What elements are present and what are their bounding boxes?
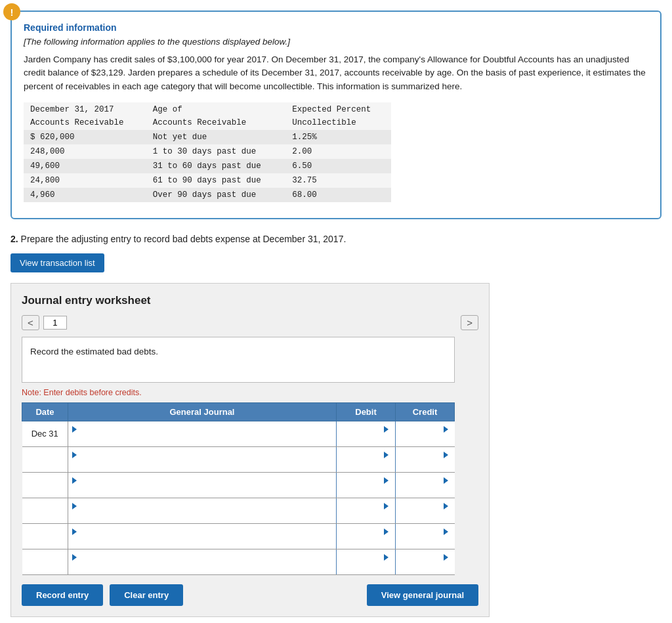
journal-table: Date General Journal Debit Credit Dec 31: [22, 402, 455, 575]
clear-entry-button[interactable]: Clear entry: [110, 584, 183, 606]
debit-cell[interactable]: [337, 472, 396, 498]
credit-cell[interactable]: [396, 446, 455, 472]
table-cell: 1 to 30 days past due: [146, 144, 286, 159]
debit-cell[interactable]: [337, 498, 396, 523]
info-description: Jarden Company has credit sales of $3,10…: [24, 53, 648, 93]
tri-icon: [72, 528, 77, 535]
record-entry-button[interactable]: Record entry: [22, 584, 103, 606]
view-transaction-button[interactable]: View transaction list: [10, 253, 104, 272]
journal-worksheet: Journal entry worksheet < > Record the e…: [10, 283, 490, 617]
table-cell: $ 620,000: [24, 130, 146, 144]
credit-cell[interactable]: [396, 523, 455, 549]
credit-cell[interactable]: [396, 472, 455, 498]
prev-page-button[interactable]: <: [22, 315, 39, 330]
note-text: Note: Enter debits before credits.: [22, 388, 478, 397]
credit-input[interactable]: [400, 562, 451, 572]
journal-cell[interactable]: [68, 421, 337, 446]
date-cell: [22, 523, 68, 549]
page-nav: < >: [22, 315, 478, 330]
next-page-button[interactable]: >: [461, 315, 478, 330]
table-cell: 31 to 60 days past due: [146, 159, 286, 173]
credit-cell[interactable]: [396, 421, 455, 446]
journal-input[interactable]: [72, 536, 332, 546]
tri-icon: [72, 452, 77, 458]
table-cell: Not yet due: [146, 130, 286, 144]
journal-cell[interactable]: [68, 472, 337, 498]
tri-icon: [72, 426, 77, 433]
debit-input[interactable]: [341, 460, 391, 469]
page-number-input[interactable]: [43, 316, 67, 330]
tri-icon: [444, 528, 448, 535]
journal-input[interactable]: [72, 434, 332, 444]
journal-cell[interactable]: [68, 498, 337, 523]
question-text: Prepare the adjusting entry to record ba…: [21, 234, 346, 244]
view-general-journal-button[interactable]: View general journal: [367, 584, 478, 606]
journal-cell[interactable]: [68, 446, 337, 472]
tri-icon: [72, 503, 77, 509]
credit-input[interactable]: [400, 485, 451, 495]
table-row: [22, 523, 455, 549]
debit-input[interactable]: [341, 562, 391, 572]
question-number: 2.: [10, 234, 18, 244]
debit-input[interactable]: [341, 536, 391, 546]
table-cell: 4,960: [24, 188, 146, 202]
table-cell: 1.25%: [285, 130, 391, 144]
journal-input[interactable]: [72, 485, 332, 495]
journal-title: Journal entry worksheet: [22, 294, 478, 307]
credit-cell[interactable]: [396, 549, 455, 574]
italic-line: [The following information applies to th…: [24, 37, 648, 47]
col-journal-header: General Journal: [68, 402, 337, 421]
table-cell: 61 to 90 days past due: [146, 173, 286, 188]
table-row: [22, 498, 455, 523]
credit-input[interactable]: [400, 536, 451, 546]
debit-cell[interactable]: [337, 446, 396, 472]
col-credit-header: Credit: [396, 402, 455, 421]
credit-input[interactable]: [400, 434, 451, 444]
credit-cell[interactable]: [396, 498, 455, 523]
journal-input[interactable]: [72, 562, 332, 572]
debit-cell[interactable]: [337, 523, 396, 549]
tri-icon: [384, 452, 388, 458]
question-line: 2. Prepare the adjusting entry to record…: [10, 234, 662, 244]
tri-icon: [384, 426, 388, 433]
debit-cell[interactable]: [337, 421, 396, 446]
col-header-2: Age ofAccounts Receivable: [146, 102, 286, 130]
journal-input[interactable]: [72, 511, 332, 521]
credit-input[interactable]: [400, 460, 451, 469]
debit-cell[interactable]: [337, 549, 396, 574]
debit-input[interactable]: [341, 485, 391, 495]
journal-input[interactable]: [72, 460, 332, 469]
credit-input[interactable]: [400, 511, 451, 521]
tri-icon: [384, 503, 388, 509]
table-row: [22, 549, 455, 574]
table-cell: 2.00: [285, 144, 391, 159]
action-buttons: Record entry Clear entry View general jo…: [22, 584, 478, 606]
tri-icon: [444, 477, 448, 484]
debit-input[interactable]: [341, 434, 391, 444]
tri-icon: [384, 477, 388, 484]
date-cell: [22, 549, 68, 574]
journal-cell[interactable]: [68, 549, 337, 574]
date-cell: Dec 31: [22, 421, 68, 446]
debit-input[interactable]: [341, 511, 391, 521]
tri-icon: [444, 426, 448, 433]
table-cell: 32.75: [285, 173, 391, 188]
required-info-title: Required information: [24, 22, 648, 33]
tri-icon: [72, 477, 77, 484]
col-header-1: December 31, 2017Accounts Receivable: [24, 102, 146, 130]
table-cell: 24,800: [24, 173, 146, 188]
receivables-table: December 31, 2017Accounts Receivable Age…: [24, 102, 391, 202]
table-row: [22, 446, 455, 472]
tri-icon: [444, 503, 448, 509]
tri-icon: [72, 554, 77, 561]
table-cell: 6.50: [285, 159, 391, 173]
journal-cell[interactable]: [68, 523, 337, 549]
col-debit-header: Debit: [337, 402, 396, 421]
col-header-3: Expected PercentUncollectible: [285, 102, 391, 130]
tri-icon: [444, 554, 448, 561]
warning-icon: !: [3, 3, 20, 20]
table-cell: 68.00: [285, 188, 391, 202]
table-cell: 248,000: [24, 144, 146, 159]
col-date-header: Date: [22, 402, 68, 421]
tri-icon: [384, 528, 388, 535]
